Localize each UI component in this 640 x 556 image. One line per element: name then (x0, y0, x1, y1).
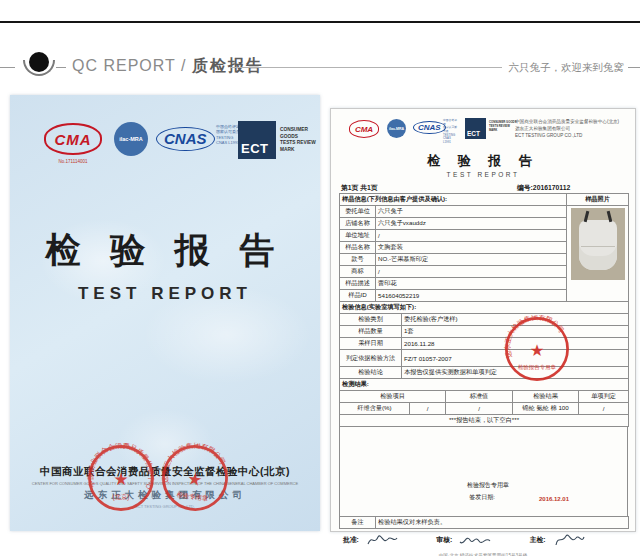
test-report-cover-image[interactable]: CMA No.171114001 ilac-MRA CNAS 中国合格评定 国家… (10, 95, 320, 531)
lab-label: 判定依据检验方法 (340, 350, 402, 367)
lab-org-line3: ECT TESTING GROUP CO.,LTD (515, 133, 627, 140)
red-seal-stamp-report: 远东正大检验集团有限公司 ★ 检验报告专用章 (503, 315, 571, 383)
ect-logo-icon: ECT (238, 121, 276, 159)
lab-label: 检验结论 (340, 367, 402, 379)
sample-info-table: 样品信息(下列信息由客户提供及确认): 样品照片 委托单位 六只兔子 店铺名称六… (339, 193, 629, 302)
lab-label: 检验类别 (340, 314, 402, 326)
sheet-logo-row: CMA ilac-MRA CNAS 中国合格评定 国家认可委员会 TESTING… (339, 115, 627, 151)
section-title-divider: / (181, 57, 186, 74)
results-section-header: 检测结果: (340, 379, 629, 391)
review-signature (458, 532, 492, 548)
cover-logo-row: CMA No.171114001 ilac-MRA CNAS 中国合格评定 国家… (10, 119, 320, 165)
report-blank-area: 检验报告专用章 签发日期: 2016.12.01 (339, 427, 628, 517)
results-header-standard: 标准值 (446, 391, 513, 403)
svg-text:★: ★ (186, 469, 204, 490)
result-verdict: / (579, 403, 629, 415)
garment-seam (581, 246, 615, 247)
stamp-caption: 检验报告专用章 (467, 481, 509, 490)
info-value: 蕾印花 (376, 278, 567, 290)
info-label: 单位地址 (340, 230, 376, 242)
info-label: 商标 (340, 266, 376, 278)
top-divider (0, 21, 640, 23)
test-report-detail-image[interactable]: CMA ilac-MRA CNAS 中国合格评定 国家认可委员会 TESTING… (330, 108, 636, 532)
svg-text:(北京): (北京) (113, 493, 130, 501)
results-header-verdict: 单项判定 (579, 391, 629, 403)
results-header-item: 检验项目 (340, 391, 446, 403)
svg-text:检验专用章: 检验专用章 (176, 491, 209, 503)
cnas-side-text-small: 中国合格评定 国家认可委员会 TESTING CNAS L1991 (443, 119, 459, 144)
results-table: 检测结果: 检验项目 标准值 检验结果 单项判定 纤维含量(%) / / 锦纶 … (339, 378, 629, 427)
approve-label: 批准: (343, 535, 359, 545)
signature-row: 批准: 审核: 主检: (339, 532, 627, 548)
cnas-logo-icon: CNAS (156, 127, 215, 151)
header-dash-left (0, 67, 15, 68)
svg-text:★: ★ (530, 341, 545, 359)
brand-dot-icon (29, 52, 49, 72)
approve-signature-group: 批准: (343, 532, 428, 548)
lab-section-header: 检验信息(实验室填写如下): (340, 302, 629, 314)
page-info: 第1页 共1页 (341, 183, 378, 193)
ilac-mra-logo-icon: ilac-MRA (114, 122, 148, 156)
cover-title: 检 验 报 告 TEST REPORT (10, 227, 320, 304)
result-value: 锦纶 氨纶 棉 100 (513, 403, 579, 415)
section-title-zh: 质检报告 (192, 57, 264, 74)
remark-value: 检验结果仅对来样负责。 (376, 517, 629, 529)
result-item: 纤维含量(%) (340, 403, 410, 415)
sample-section-header: 样品信息(下列信息由客户提供及确认): (340, 194, 567, 206)
photo-column-header: 样品照片 (567, 194, 629, 206)
info-label: 样品名称 (340, 242, 376, 254)
issue-date-value: 2016.12.01 (539, 496, 569, 502)
header-dash-middle (230, 67, 502, 68)
lab-org-line2: 远东正大检验集团有限公司 (515, 126, 627, 133)
cnas-logo-icon-small: CNAS (413, 121, 446, 134)
red-seal-stamp-2: 远东正大检验集团有限公司 ★ 检验专用章 (155, 438, 234, 517)
ect-caption-small: CONSUMER GOODS TESTS REVIEW MARK (489, 121, 517, 132)
ect-caption: CONSUMER GOODS TESTS REVIEW MARK (280, 127, 320, 154)
info-value: NO.-芒果慕斯印定 (376, 254, 567, 266)
footer-address-zh: 中国·北京 经济技术开发区景园街15号3号楼 (339, 552, 627, 556)
report-meta-row: 第1页 共1页 编号:2016170112 (339, 180, 627, 193)
review-signature-group: 审核: (436, 532, 521, 548)
info-label: 样品ID (340, 290, 376, 302)
ilac-mra-logo-icon-small: ilac-MRA (387, 119, 406, 138)
inspector-signature-group: 主检: (530, 532, 615, 548)
info-value: 文胸套装 (376, 242, 567, 254)
report-footer: 中国·北京 经济技术开发区景园街15号3号楼 No.3 Building, NO… (339, 552, 627, 556)
cma-logo-icon-small: CMA (349, 120, 379, 138)
remark-label: 备注 (340, 517, 376, 529)
review-label: 审核: (436, 535, 452, 545)
inspector-label: 主检: (530, 535, 546, 545)
cma-cert-number: No.171114001 (40, 159, 106, 164)
red-seal-stamp-1: 中国商业联合会消费品质量检验中心 ★ (北京) (86, 443, 156, 513)
lab-org-line1: 中国商业联合会消费品质量安全监督检验中心(北京) (515, 119, 627, 126)
end-of-report-note: ***报告结束，以下空白*** (340, 415, 629, 427)
info-value: / (376, 230, 567, 242)
report-title: 检 验 报 告 TEST REPORT (339, 152, 627, 178)
section-title-en: QC REPORT (72, 57, 176, 74)
cover-title-en: TEST REPORT (10, 284, 320, 304)
info-label: 店铺名称 (340, 218, 376, 230)
info-label: 委托单位 (340, 206, 376, 218)
garment-shape (579, 220, 617, 270)
report-title-zh: 检 验 报 告 (339, 152, 627, 170)
header-dash-left2 (56, 67, 66, 68)
info-label: 款号 (340, 254, 376, 266)
approve-signature (365, 532, 399, 548)
lab-address-block: 中国商业联合会消费品质量安全监督检验中心(北京) 远东正大检验集团有限公司 EC… (515, 119, 627, 140)
header-dash-right (628, 67, 640, 68)
issue-date-label: 签发日期: (469, 493, 495, 502)
cover-title-zh: 检 验 报 告 (10, 227, 320, 274)
info-value: 541604052219 (376, 290, 567, 302)
results-header-result: 检验结果 (513, 391, 579, 403)
inspector-signature (552, 532, 586, 548)
report-number: 编号:2016170112 (517, 183, 570, 193)
sample-photo-image (571, 208, 625, 280)
info-value: 六只兔子 (376, 206, 567, 218)
shop-tagline: 六只兔子，欢迎来到兔窝 (509, 61, 625, 75)
ect-logo-icon-small: ECT (465, 118, 486, 139)
lab-info-table: 检验信息(实验室填写如下): 检验类别委托检验(客户送样) 样品数量1套 采样日… (339, 301, 629, 379)
svg-text:检验报告专用章: 检验报告专用章 (518, 364, 557, 371)
result-standard: / (446, 403, 513, 415)
info-value: / (376, 266, 567, 278)
report-title-en: TEST REPORT (339, 171, 627, 178)
